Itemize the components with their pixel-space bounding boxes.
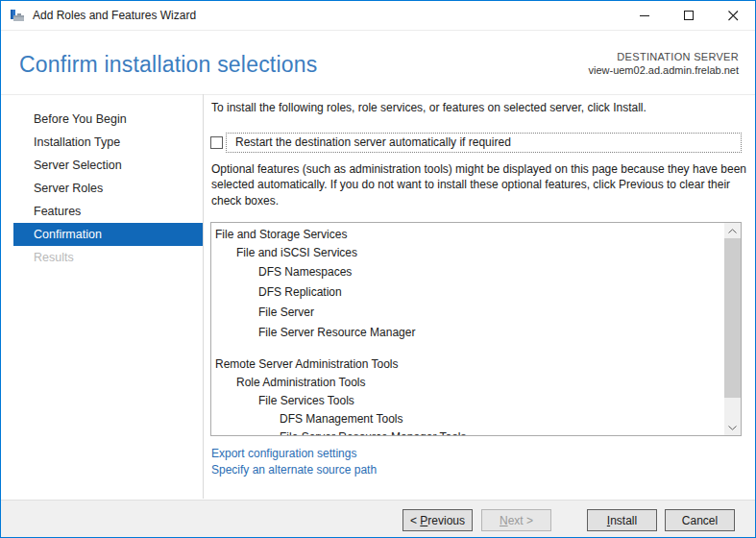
restart-checkbox-label[interactable]: Restart the destination server automatic… xyxy=(226,133,742,153)
selected-items-listbox: File and Storage Services File and iSCSI… xyxy=(210,222,742,436)
sidebar-step-item[interactable]: Confirmation xyxy=(13,223,203,246)
previous-label-post: revious xyxy=(427,514,465,527)
wizard-window: Add Roles and Features Wizard Confirm in… xyxy=(0,0,756,538)
page-title: Confirm installation selections xyxy=(19,52,317,78)
selection-tree: File and Storage Services File and iSCSI… xyxy=(211,226,724,436)
sidebar-step-item[interactable]: Server Roles xyxy=(13,177,203,200)
list-scrollbar[interactable] xyxy=(724,223,741,435)
restart-checkbox[interactable] xyxy=(210,136,223,149)
sidebar-step-item[interactable]: Before You Begin xyxy=(13,108,203,131)
selection-tree-item[interactable]: DFS Replication xyxy=(211,282,724,303)
previous-label-pre: < xyxy=(410,514,420,527)
scrollbar-track[interactable] xyxy=(724,238,741,420)
destination-server-name: view-uem02.ad.admin.frelab.net xyxy=(588,64,739,76)
selection-tree-item[interactable]: File and Storage Services xyxy=(211,226,724,244)
selection-tree-item[interactable]: Remote Server Administration Tools xyxy=(211,355,724,374)
selection-tree-item[interactable]: File Server xyxy=(211,303,724,323)
destination-server-block: DESTINATION SERVER view-uem02.ad.admin.f… xyxy=(588,51,739,76)
sidebar-step-item[interactable]: Installation Type xyxy=(13,131,203,154)
header-separator xyxy=(1,94,755,95)
selection-tree-item[interactable]: Role Administration Tools xyxy=(211,374,724,392)
titlebar: Add Roles and Features Wizard xyxy=(1,1,755,31)
selection-tree-item[interactable]: File and iSCSI Services xyxy=(211,244,724,262)
selection-tree-item[interactable]: DFS Management Tools xyxy=(211,410,724,428)
intro-text: To install the following roles, role ser… xyxy=(211,101,742,114)
cancel-label-post: Cancel xyxy=(682,514,718,527)
maximize-button[interactable] xyxy=(667,1,711,31)
optional-features-note: Optional features (such as administratio… xyxy=(211,161,746,208)
next-button: Next > xyxy=(481,509,551,531)
scroll-up-icon[interactable] xyxy=(724,223,741,238)
next-label-key: N xyxy=(500,514,508,527)
scrollbar-thumb[interactable] xyxy=(724,238,741,398)
sidebar-separator xyxy=(203,94,204,499)
previous-button[interactable]: < Previous xyxy=(402,509,473,531)
scroll-down-icon[interactable] xyxy=(724,420,741,435)
selection-tree-item[interactable]: DFS Namespaces xyxy=(211,262,724,282)
wizard-links: Export configuration settings Specify an… xyxy=(211,446,377,478)
sidebar-step-item[interactable]: Server Selection xyxy=(13,154,203,177)
close-button[interactable] xyxy=(711,1,755,31)
destination-server-label: DESTINATION SERVER xyxy=(588,51,739,62)
restart-option-row: Restart the destination server automatic… xyxy=(210,133,742,153)
install-button[interactable]: Install xyxy=(587,509,657,531)
wizard-steps-nav: Before You Begin Installation Type Serve… xyxy=(13,108,203,269)
wizard-link[interactable]: Specify an alternate source path xyxy=(211,462,377,478)
install-label-post: nstall xyxy=(610,514,637,527)
wizard-link[interactable]: Export configuration settings xyxy=(211,446,377,462)
window-controls xyxy=(622,1,755,31)
selection-tree-item[interactable]: File Services Tools xyxy=(211,392,724,410)
sidebar-step-item[interactable]: Results xyxy=(13,246,203,269)
server-manager-icon xyxy=(10,8,25,23)
next-label-post: ext > xyxy=(508,514,533,527)
cancel-button[interactable]: Cancel xyxy=(665,509,735,531)
sidebar-step-item[interactable]: Features xyxy=(13,200,203,223)
footer-bar: < Previous Next > Install Cancel xyxy=(1,500,755,537)
selection-tree-item[interactable]: File Server Resource Manager Tools xyxy=(211,428,724,436)
selection-tree-item[interactable]: File Server Resource Manager xyxy=(211,323,724,343)
minimize-button[interactable] xyxy=(622,1,667,31)
window-title: Add Roles and Features Wizard xyxy=(33,9,196,22)
